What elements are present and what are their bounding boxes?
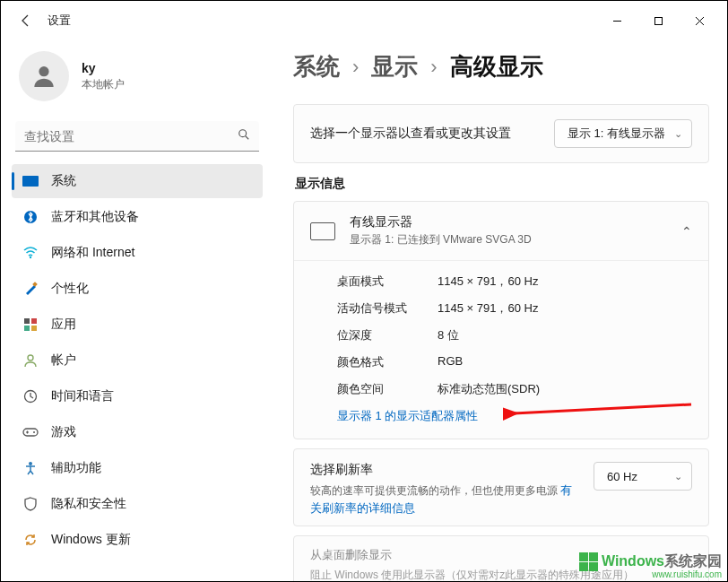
svg-point-13 xyxy=(28,355,33,360)
shield-icon xyxy=(22,496,39,512)
svg-rect-8 xyxy=(32,282,38,287)
breadcrumb-display[interactable]: 显示 xyxy=(371,51,418,83)
refresh-rate-card: 选择刷新率 较高的速率可提供更流畅的动作，但也使用更多电源 有关刷新率的详细信息… xyxy=(293,448,709,526)
breadcrumb-system[interactable]: 系统 xyxy=(293,51,340,83)
info-row: 颜色空间标准动态范围(SDR) xyxy=(337,376,692,403)
svg-rect-15 xyxy=(23,429,38,436)
close-button[interactable] xyxy=(679,6,720,35)
bluetooth-icon xyxy=(22,209,39,225)
titlebar: 设置 xyxy=(1,1,727,40)
monitor-icon xyxy=(310,222,335,240)
nav-label: 网络和 Internet xyxy=(51,245,134,261)
nav-item-windows-update[interactable]: Windows 更新 xyxy=(12,523,263,557)
back-button[interactable] xyxy=(8,3,44,39)
clock-icon xyxy=(22,388,39,404)
info-row: 活动信号模式1145 × 791，60 Hz xyxy=(337,295,692,322)
refresh-rate-dropdown[interactable]: 60 Hz ⌄ xyxy=(594,462,692,491)
dropdown-value: 显示 1: 有线显示器 xyxy=(568,126,665,142)
sidebar: ky 本地帐户 系统 蓝牙和其他设备 网络和 Internet xyxy=(1,40,270,581)
nav-label: 帐户 xyxy=(51,352,76,369)
user-block[interactable]: ky 本地帐户 xyxy=(12,44,263,116)
svg-rect-5 xyxy=(22,176,39,187)
search-icon xyxy=(238,128,250,143)
dropdown-value: 60 Hz xyxy=(607,470,637,483)
refresh-rate-desc: 较高的速率可提供更流畅的动作，但也使用更多电源 有关刷新率的详细信息 xyxy=(310,482,581,517)
display-info-header[interactable]: 有线显示器 显示器 1: 已连接到 VMware SVGA 3D ⌃ xyxy=(294,202,708,260)
chevron-right-icon: › xyxy=(352,56,359,79)
system-icon xyxy=(22,173,39,189)
display-selector-label: 选择一个显示器以查看或更改其设置 xyxy=(310,126,540,142)
breadcrumb-current: 高级显示 xyxy=(450,51,543,83)
section-title-display-info: 显示信息 xyxy=(295,176,709,192)
breadcrumb: 系统 › 显示 › 高级显示 xyxy=(293,44,709,104)
display-name: 有线显示器 xyxy=(350,214,667,230)
main-pane: 系统 › 显示 › 高级显示 选择一个显示器以查看或更改其设置 显示 1: 有线… xyxy=(270,40,727,581)
nav-label: Windows 更新 xyxy=(51,532,131,548)
chevron-right-icon: › xyxy=(430,56,437,79)
display-selector-card: 选择一个显示器以查看或更改其设置 显示 1: 有线显示器 ⌄ xyxy=(293,104,709,163)
chevron-down-icon: ⌄ xyxy=(674,128,682,140)
watermark: Windows系统家园 www.ruishifu.com xyxy=(579,552,722,579)
refresh-rate-title: 选择刷新率 xyxy=(310,462,581,478)
svg-rect-12 xyxy=(31,326,37,331)
svg-rect-9 xyxy=(24,318,30,324)
svg-line-4 xyxy=(246,136,249,140)
nav-label: 辅助功能 xyxy=(51,460,101,476)
nav-item-time-language[interactable]: 时间和语言 xyxy=(12,379,263,413)
nav-label: 时间和语言 xyxy=(51,388,114,404)
svg-point-7 xyxy=(30,256,31,258)
nav-label: 个性化 xyxy=(51,281,89,297)
gamepad-icon xyxy=(22,424,39,440)
chevron-down-icon: ⌄ xyxy=(674,471,682,482)
nav-item-apps[interactable]: 应用 xyxy=(12,308,263,342)
paintbrush-icon xyxy=(22,281,39,297)
person-icon xyxy=(22,352,39,369)
svg-point-16 xyxy=(33,431,35,433)
nav: 系统 蓝牙和其他设备 网络和 Internet 个性化 应用 帐户 xyxy=(12,164,263,557)
display-connection: 显示器 1: 已连接到 VMware SVGA 3D xyxy=(350,232,667,248)
svg-point-2 xyxy=(39,66,48,76)
adapter-properties-link[interactable]: 显示器 1 的显示适配器属性 xyxy=(337,409,478,422)
nav-item-network[interactable]: 网络和 Internet xyxy=(12,236,263,270)
nav-item-accessibility[interactable]: 辅助功能 xyxy=(12,451,263,485)
nav-item-personalization[interactable]: 个性化 xyxy=(12,272,263,306)
search-input[interactable] xyxy=(24,129,238,143)
watermark-brand: Windows系统家园 xyxy=(602,552,722,571)
svg-rect-11 xyxy=(24,326,30,331)
svg-rect-10 xyxy=(31,318,37,324)
nav-label: 蓝牙和其他设备 xyxy=(51,209,139,225)
accessibility-icon xyxy=(22,460,39,476)
app-title: 设置 xyxy=(48,13,71,29)
info-row: 位深度8 位 xyxy=(337,322,692,349)
nav-label: 系统 xyxy=(51,173,76,189)
nav-item-gaming[interactable]: 游戏 xyxy=(12,415,263,449)
svg-point-17 xyxy=(29,462,32,465)
nav-item-accounts[interactable]: 帐户 xyxy=(12,343,263,378)
chevron-up-icon: ⌃ xyxy=(681,224,692,239)
minimize-button[interactable] xyxy=(596,6,637,35)
wifi-icon xyxy=(22,245,39,261)
nav-label: 隐私和安全性 xyxy=(51,496,126,512)
nav-item-bluetooth[interactable]: 蓝牙和其他设备 xyxy=(12,200,263,234)
update-icon xyxy=(22,532,39,548)
display-selector-dropdown[interactable]: 显示 1: 有线显示器 ⌄ xyxy=(554,119,692,148)
user-subtitle: 本地帐户 xyxy=(82,77,125,92)
windows-logo-icon xyxy=(579,552,598,571)
nav-label: 游戏 xyxy=(51,424,76,440)
avatar xyxy=(19,51,69,101)
svg-rect-1 xyxy=(654,17,662,24)
window-controls xyxy=(596,6,720,35)
svg-point-3 xyxy=(239,130,247,137)
info-row: 颜色格式RGB xyxy=(337,349,692,376)
maximize-button[interactable] xyxy=(637,6,679,35)
search-input-wrap[interactable] xyxy=(15,121,259,152)
nav-item-system[interactable]: 系统 xyxy=(12,164,263,198)
nav-item-privacy[interactable]: 隐私和安全性 xyxy=(12,487,263,521)
display-info-grid: 桌面模式1145 × 791，60 Hz 活动信号模式1145 × 791，60… xyxy=(294,260,708,439)
display-info-card: 有线显示器 显示器 1: 已连接到 VMware SVGA 3D ⌃ 桌面模式1… xyxy=(293,201,709,439)
nav-label: 应用 xyxy=(51,317,76,333)
apps-icon xyxy=(22,317,39,333)
info-row: 桌面模式1145 × 791，60 Hz xyxy=(337,268,692,295)
user-name: ky xyxy=(82,61,125,75)
